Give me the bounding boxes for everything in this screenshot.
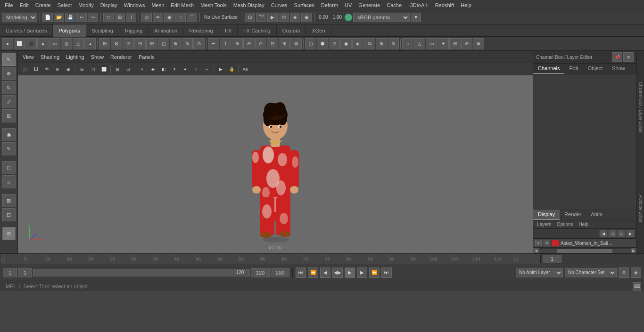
extract-btn[interactable]: ⊙ (255, 38, 266, 49)
smooth-btn[interactable]: ≈ (402, 38, 413, 49)
menu-create[interactable]: Create (33, 1, 54, 9)
layer-next-btn[interactable]: ▶ (626, 230, 635, 237)
snap-curve-btn[interactable]: ⌇ (126, 13, 136, 22)
timeline[interactable]: 1 5 10 15 20 25 30 35 40 45 50 (0, 253, 644, 264)
menu-mesh[interactable]: Mesh (149, 1, 167, 9)
vp-motion-blur-btn[interactable]: ↔ (202, 64, 212, 74)
channel-box-close-btn[interactable]: ✕ (623, 52, 634, 62)
vp-xray-btn[interactable]: ◈ (148, 64, 158, 74)
menu-redshift[interactable]: Redshift (432, 1, 457, 9)
menu-mesh-tools[interactable]: Mesh Tools (198, 1, 229, 9)
bridge2-btn[interactable]: ⊡ (329, 38, 340, 49)
tab-render[interactable]: Render (560, 210, 586, 220)
vp-isolate-btn[interactable]: ◉ (63, 64, 74, 74)
render-btn[interactable]: 🎬 (256, 13, 266, 22)
go-to-start-btn[interactable]: ⏮ (296, 267, 306, 278)
menu-help[interactable]: Help (458, 1, 474, 9)
redo-btn[interactable]: ↪ (88, 13, 98, 22)
colorspace-btn[interactable] (345, 14, 352, 21)
menu-file[interactable]: File (2, 1, 16, 9)
modeling-toolkit-btn[interactable]: ⚙ (2, 227, 16, 240)
render-view-btn[interactable]: ◉ (301, 13, 312, 22)
combine-btn[interactable]: ⊕ (231, 38, 243, 49)
play-forward-btn[interactable]: ▶ (345, 267, 355, 278)
playback-range[interactable] (33, 269, 250, 276)
layer-next2-btn[interactable]: ▷ (617, 230, 626, 237)
script-editor-btn[interactable]: ⌨ (633, 282, 641, 291)
vp-ao-btn[interactable]: ○ (191, 64, 201, 74)
layer-help-menu[interactable]: Help (577, 221, 590, 227)
rotate-tool-btn[interactable]: ↻ (2, 81, 16, 94)
tab-sculpting[interactable]: Sculpting (86, 24, 119, 37)
playback-end-field[interactable] (251, 268, 270, 277)
menu-cache[interactable]: Cache (384, 1, 405, 9)
menu-deform[interactable]: Deform (318, 1, 341, 9)
fill-btn[interactable]: ⊞ (279, 38, 290, 49)
vp-grid-btn[interactable]: ⊠ (112, 64, 123, 74)
tab-xgen[interactable]: XGen (306, 24, 331, 37)
subdiv4-btn[interactable]: ⊟ (134, 38, 146, 49)
subdiv7-btn[interactable]: ⊕ (170, 38, 181, 49)
new-file-btn[interactable]: 📄 (42, 13, 53, 22)
cleanup-btn[interactable]: ✦ (438, 38, 449, 49)
layer-visibility-btn[interactable]: V (535, 240, 542, 246)
subdiv5-btn[interactable]: ⊞ (146, 38, 157, 49)
select-mode-btn[interactable]: ◻ (103, 13, 114, 22)
view-menu[interactable]: View (20, 53, 37, 61)
vp-smooth-btn[interactable]: ◻ (88, 64, 98, 74)
lasso-select-btn[interactable]: ◎ (141, 13, 152, 22)
vp-aa-btn[interactable]: Aa (240, 64, 250, 74)
char-set-options-btn[interactable]: ⚙ (619, 267, 629, 278)
bevel-btn[interactable]: ⬢ (317, 38, 328, 49)
menu-mesh-display[interactable]: Mesh Display (231, 1, 267, 9)
playback-end-input[interactable] (231, 270, 248, 275)
colorspace-dropdown[interactable]: sRGB gamma (353, 13, 410, 22)
menu-select[interactable]: Select (55, 1, 75, 9)
vp-orient-btn[interactable]: ⌖ (137, 64, 147, 74)
snap-grid-btn[interactable]: ⊞ (115, 13, 125, 22)
shading-menu[interactable]: Shading (38, 53, 62, 61)
vp-wireframe-btn[interactable]: ⊞ (77, 64, 87, 74)
char-set-extra-btn[interactable]: ◈ (631, 267, 641, 278)
attribute-editor-sidebar[interactable]: Channel Box / Layer Editor Attribute Edi… (636, 51, 644, 253)
layers-menu[interactable]: Layers (535, 221, 553, 227)
wedge-btn[interactable]: ◈ (352, 38, 363, 49)
ipr-btn[interactable]: ◈ (290, 13, 300, 22)
menu-3dtoall[interactable]: -3DtoAll- (405, 1, 431, 9)
vp-hud-btn[interactable]: ⊡ (123, 64, 133, 74)
step-forward-btn[interactable]: ▶ (357, 267, 367, 278)
cv-btn[interactable]: ⌇ (220, 38, 231, 49)
vp-bounding-btn[interactable]: ⬜ (99, 64, 109, 74)
vp-snap-btn[interactable]: ⊕ (52, 64, 63, 74)
subdiv2-btn[interactable]: ⊠ (111, 38, 122, 49)
tab-fx[interactable]: FX (219, 24, 238, 37)
tab-rigging[interactable]: Rigging (119, 24, 149, 37)
vp-view-btn[interactable]: 👁 (41, 64, 52, 74)
last-tool-btn[interactable]: ⊞ (2, 109, 16, 122)
tab-channels[interactable]: Channels (533, 64, 564, 74)
subdiv9-btn[interactable]: ⊘ (193, 38, 205, 49)
tab-rendering[interactable]: Rendering (183, 24, 219, 37)
merge-btn[interactable]: ⊗ (388, 38, 399, 49)
channel-box-pin-btn[interactable]: 📌 (612, 52, 622, 62)
undo-btn[interactable]: ↩ (76, 13, 87, 22)
layer-prev2-btn[interactable]: ◁ (608, 230, 617, 237)
tab-custom[interactable]: Custom (277, 24, 306, 37)
create-plane-btn[interactable]: ▭ (49, 38, 60, 49)
step-fwd-key-btn[interactable]: ⏩ (369, 267, 380, 278)
scroll-left-btn[interactable]: ◀ (533, 248, 539, 254)
vp-shadow-btn[interactable]: ● (180, 64, 190, 74)
tab-display[interactable]: Display (533, 210, 560, 220)
tab-object[interactable]: Object (583, 64, 607, 74)
scroll-track[interactable] (539, 249, 631, 253)
loop-select-btn[interactable]: ⌒ (187, 13, 197, 22)
lighting-menu[interactable]: Lighting (63, 53, 87, 61)
create-sphere-btn[interactable]: ● (2, 38, 13, 49)
go-to-end-btn[interactable]: ⏭ (381, 267, 392, 278)
create-cylinder-btn[interactable]: ⬛ (25, 38, 37, 49)
render-opts-btn[interactable]: ⚙ (279, 13, 289, 22)
menu-edit[interactable]: Edit (17, 1, 32, 9)
soft-select2-btn[interactable]: ○ (175, 13, 186, 22)
move-tool-btn[interactable]: ⊕ (2, 67, 16, 80)
bridge-btn[interactable]: ⊟ (267, 38, 278, 49)
